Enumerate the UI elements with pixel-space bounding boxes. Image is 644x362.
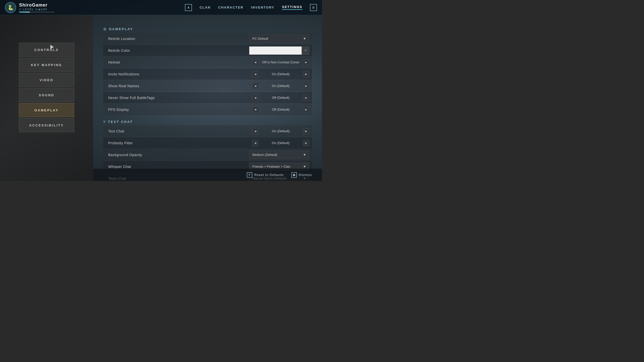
row-fps-display: FPS Display ◄ Off (Default) ► — [103, 104, 312, 115]
profanity-filter-arrow-control: ◄ On (Default) ► — [249, 140, 309, 146]
show-real-names-arrow-right[interactable]: ► — [303, 83, 309, 89]
helmet-arrow-control: ◄ Off in Non-Combat Zones ► — [249, 59, 309, 66]
text-chat-section-title: TEXT CHAT — [108, 120, 133, 124]
row-show-real-names: Show Real Names ◄ On (Default) ► — [103, 80, 312, 92]
row-reticle-location: Reticle Location PC Default ▼ — [103, 33, 312, 44]
row-background-opacity: Background Opacity Medium (Default) ▼ — [103, 149, 312, 161]
row-helmet: Helmet ◄ Off in Non-Combat Zones ► — [103, 57, 312, 68]
text-chat-label: Text Chat — [103, 129, 247, 133]
text-chat-value: On (Default) — [261, 129, 301, 133]
sidebar: CONTROLS KEY MAPPING VIDEO SOUND GAMEPLA… — [0, 15, 93, 181]
text-chat-arrow-control: ◄ On (Default) ► — [249, 128, 309, 134]
profanity-filter-label: Profanity Filter — [103, 141, 247, 145]
fps-display-arrow-right[interactable]: ► — [303, 106, 309, 113]
player-level: // LEVEL 1/◈100 — [19, 8, 54, 11]
gameplay-section-title: GAMEPLAY — [109, 27, 133, 31]
nav-character[interactable]: CHARACTER — [218, 6, 244, 9]
sidebar-btn-accessibility[interactable]: ACCESSIBILITY — [19, 118, 74, 132]
whisper-chat-label: Whisper Chat — [103, 165, 247, 169]
reticle-location-label: Reticle Location — [103, 37, 247, 41]
sidebar-btn-video[interactable]: VIDEO — [19, 73, 74, 87]
main-content: ⊕ GAMEPLAY Reticle Location PC Default ▼… — [93, 15, 322, 181]
background-opacity-dropdown[interactable]: Medium (Default) ▼ — [249, 151, 309, 159]
helmet-arrow-right[interactable]: ► — [303, 59, 309, 66]
never-show-full-battletags-control: ◄ Off (Default) ► — [247, 95, 312, 101]
reticle-color-control: ▼ — [247, 46, 312, 55]
sidebar-btn-controls[interactable]: CONTROLS — [19, 43, 74, 57]
invite-notifications-value: On (Default) — [261, 72, 301, 76]
fps-display-control: ◄ Off (Default) ► — [247, 106, 312, 113]
never-show-full-battletags-value: Off (Default) — [261, 96, 301, 100]
reticle-color-label: Reticle Color — [103, 49, 247, 53]
profanity-filter-arrow-left[interactable]: ◄ — [252, 140, 259, 146]
never-show-full-battletags-arrow-left[interactable]: ◄ — [252, 95, 259, 101]
never-show-full-battletags-arrow-control: ◄ Off (Default) ► — [249, 95, 309, 101]
text-chat-section-header: ≡ TEXT CHAT — [103, 119, 312, 124]
xp-fill — [19, 12, 30, 13]
text-chat-control: ◄ On (Default) ► — [247, 128, 312, 134]
text-chat-arrow-left[interactable]: ◄ — [252, 128, 259, 134]
helmet-value: Off in Non-Combat Zones — [261, 60, 301, 64]
nav-icon-left[interactable]: A — [185, 4, 192, 11]
row-never-show-full-battletags: Never Show Full BattleTags ◄ Off (Defaul… — [103, 92, 312, 104]
helmet-arrow-left[interactable]: ◄ — [252, 59, 259, 66]
never-show-full-battletags-label: Never Show Full BattleTags — [103, 96, 247, 100]
whisper-chat-arrow-icon: ▼ — [303, 165, 306, 168]
show-real-names-value: On (Default) — [261, 84, 301, 88]
background-opacity-label: Background Opacity — [103, 153, 247, 157]
text-chat-arrow-right[interactable]: ► — [303, 128, 309, 134]
never-show-full-battletags-arrow-right[interactable]: ► — [303, 95, 309, 101]
footer: F Reset to Defaults ▣ Dismiss — [93, 168, 322, 181]
sidebar-btn-gameplay[interactable]: GAMEPLAY — [19, 103, 74, 117]
nav-clan[interactable]: CLAN — [199, 6, 211, 9]
show-real-names-arrow-left[interactable]: ◄ — [252, 83, 259, 89]
reset-defaults-button[interactable]: F Reset to Defaults — [247, 172, 284, 178]
invite-notifications-label: Invite Notifications — [103, 72, 247, 76]
profanity-filter-value: On (Default) — [261, 141, 301, 145]
color-swatch — [249, 47, 302, 55]
invite-notifications-control: ◄ On (Default) ► — [247, 71, 312, 77]
reticle-location-arrow-icon: ▼ — [303, 37, 306, 40]
fps-display-value: Off (Default) — [261, 108, 301, 111]
xp-bar — [19, 12, 54, 13]
sidebar-btn-sound[interactable]: SOUND — [19, 88, 74, 102]
nav-settings[interactable]: SETTINGS — [282, 5, 302, 10]
reticle-location-dropdown[interactable]: PC Default ▼ — [249, 34, 309, 43]
logo-icon: 🐍 — [5, 2, 16, 13]
logo-area: 🐍 ShiroGamer // LEVEL 1/◈100 — [5, 2, 54, 13]
nav-area: A CLAN CHARACTER INVENTORY SETTINGS D — [185, 4, 317, 11]
helmet-control: ◄ Off in Non-Combat Zones ► — [247, 59, 312, 66]
gameplay-section-icon: ⊕ — [103, 27, 106, 31]
dismiss-button[interactable]: ▣ Dismiss — [291, 172, 312, 178]
fps-display-arrow-control: ◄ Off (Default) ► — [249, 106, 309, 113]
show-real-names-arrow-control: ◄ On (Default) ► — [249, 83, 309, 89]
row-invite-notifications: Invite Notifications ◄ On (Default) ► — [103, 68, 312, 80]
player-name: ShiroGamer — [19, 3, 54, 8]
text-chat-section-icon: ≡ — [103, 119, 105, 124]
row-text-chat: Text Chat ◄ On (Default) ► — [103, 125, 312, 137]
fps-display-label: FPS Display — [103, 108, 247, 112]
dismiss-icon: ▣ — [291, 172, 297, 178]
row-profanity-filter: Profanity Filter ◄ On (Default) ► — [103, 137, 312, 149]
invite-notifications-arrow-control: ◄ On (Default) ► — [249, 71, 309, 77]
invite-notifications-arrow-right[interactable]: ► — [303, 71, 309, 77]
reset-defaults-label: Reset to Defaults — [254, 173, 284, 177]
dismiss-label: Dismiss — [299, 173, 312, 177]
reticle-color-dropdown[interactable]: ▼ — [249, 46, 309, 55]
cursor-arrow — [50, 45, 54, 49]
invite-notifications-arrow-left[interactable]: ◄ — [252, 71, 259, 77]
show-real-names-label: Show Real Names — [103, 84, 247, 88]
color-arrow-icon: ▼ — [302, 47, 309, 55]
row-reticle-color: Reticle Color ▼ — [103, 45, 312, 56]
background-opacity-control: Medium (Default) ▼ — [247, 151, 312, 159]
profanity-filter-arrow-right[interactable]: ► — [303, 140, 309, 146]
helmet-label: Helmet — [103, 60, 247, 64]
nav-icon-right[interactable]: D — [310, 4, 317, 11]
nav-clan-label: CLAN — [199, 6, 211, 9]
nav-inventory-label: INVENTORY — [251, 6, 274, 9]
sidebar-btn-key-mapping[interactable]: KEY MAPPING — [19, 58, 74, 72]
nav-inventory[interactable]: INVENTORY — [251, 6, 274, 9]
fps-display-arrow-left[interactable]: ◄ — [252, 106, 259, 113]
xp-bar-container — [19, 12, 54, 13]
nav-settings-label: SETTINGS — [282, 5, 302, 10]
